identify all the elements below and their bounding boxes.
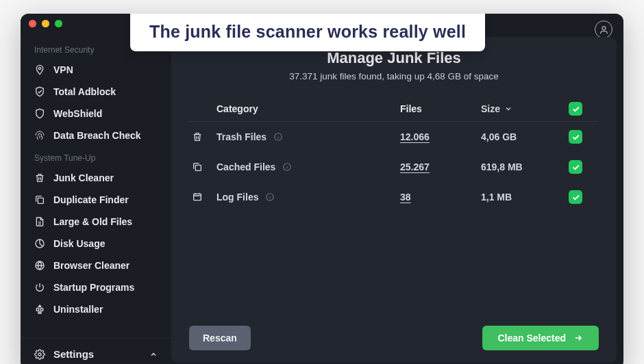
size-value: 4,06 GB xyxy=(481,131,563,142)
sidebar-item-breach[interactable]: Data Breach Check xyxy=(21,125,170,146)
table-row: Trash Files 12.066 4,06 GB xyxy=(189,122,599,152)
sidebar-item-disk[interactable]: Disk Usage xyxy=(21,233,170,255)
sidebar-item-large[interactable]: Large & Old Files xyxy=(21,211,170,233)
review-callout: The junk file scanner works really well xyxy=(130,14,485,51)
user-icon xyxy=(599,25,609,35)
info-icon[interactable] xyxy=(282,162,292,172)
log-icon xyxy=(192,192,203,203)
sidebar-section-tuneup: System Tune-Up xyxy=(21,146,170,167)
footer: Rescan Clean Selected xyxy=(189,316,599,350)
arrow-right-icon xyxy=(573,333,584,343)
sidebar-item-label: Data Breach Check xyxy=(53,130,141,141)
sidebar: Internet Security VPN Total Adblock WebS… xyxy=(21,33,171,364)
close-icon[interactable] xyxy=(29,20,36,27)
profile-button[interactable] xyxy=(595,21,612,38)
row-checkbox[interactable] xyxy=(569,160,582,174)
cache-icon xyxy=(192,161,203,172)
shield-icon xyxy=(34,108,45,119)
power-icon xyxy=(34,282,45,293)
globe-icon xyxy=(34,260,45,271)
sidebar-item-uninstaller[interactable]: Uninstaller xyxy=(21,298,170,320)
select-all-checkbox[interactable] xyxy=(569,102,582,116)
category-name: Cached Files xyxy=(216,161,275,172)
col-size[interactable]: Size xyxy=(481,103,563,114)
svg-rect-2 xyxy=(38,198,43,203)
table-row: Log Files 38 1,1 MB xyxy=(189,182,599,212)
settings-label: Settings xyxy=(53,348,94,360)
clean-selected-button[interactable]: Clean Selected xyxy=(482,326,599,350)
gear-icon xyxy=(34,349,45,360)
shield-check-icon xyxy=(34,86,45,97)
sidebar-item-junk[interactable]: Junk Cleaner xyxy=(21,167,170,189)
sidebar-item-label: Disk Usage xyxy=(53,238,105,249)
svg-rect-7 xyxy=(195,165,201,170)
copy-icon xyxy=(34,194,45,205)
check-icon xyxy=(571,105,580,114)
sidebar-item-browser[interactable]: Browser Cleaner xyxy=(21,255,170,276)
chevron-up-icon xyxy=(149,350,158,359)
sidebar-item-label: VPN xyxy=(53,64,73,75)
col-files: Files xyxy=(400,103,475,114)
chevron-down-icon xyxy=(504,105,512,113)
info-icon[interactable] xyxy=(273,132,283,142)
table-row: Cached Files 25.267 619,8 MB xyxy=(189,152,599,182)
sidebar-item-label: Junk Cleaner xyxy=(53,172,114,183)
check-icon xyxy=(571,193,580,202)
map-pin-icon xyxy=(34,64,45,75)
info-icon[interactable] xyxy=(265,192,275,202)
files-count-link[interactable]: 12.066 xyxy=(400,131,475,142)
minimize-icon[interactable] xyxy=(42,20,49,27)
sidebar-item-vpn[interactable]: VPN xyxy=(21,59,170,81)
category-cell: Cached Files xyxy=(216,161,395,172)
apps-icon xyxy=(34,304,45,315)
svg-point-0 xyxy=(602,26,606,29)
check-icon xyxy=(571,163,580,172)
junk-table: Category Files Size Trash Files xyxy=(189,96,599,212)
sidebar-item-webshield[interactable]: WebShield xyxy=(21,103,170,125)
row-checkbox[interactable] xyxy=(569,190,582,204)
sidebar-item-label: Uninstaller xyxy=(53,304,103,315)
page-subtitle: 37.371 junk files found, taking up 4,68 … xyxy=(189,71,599,81)
size-value: 619,8 MB xyxy=(481,161,563,172)
col-category: Category xyxy=(216,103,395,114)
page-title: Manage Junk Files xyxy=(189,49,599,67)
category-name: Trash Files xyxy=(216,131,267,142)
trash-icon xyxy=(192,131,203,142)
sidebar-item-adblock[interactable]: Total Adblock xyxy=(21,81,170,103)
rescan-button[interactable]: Rescan xyxy=(189,326,251,350)
clean-label: Clean Selected xyxy=(497,333,566,343)
files-count-link[interactable]: 38 xyxy=(400,192,475,203)
fingerprint-icon xyxy=(34,130,45,141)
sidebar-item-label: Duplicate Finder xyxy=(53,194,129,205)
maximize-icon[interactable] xyxy=(55,20,62,27)
trash-icon xyxy=(34,172,45,183)
category-name: Log Files xyxy=(216,192,258,203)
table-header: Category Files Size xyxy=(189,96,599,122)
sidebar-item-duplicate[interactable]: Duplicate Finder xyxy=(21,189,170,211)
sidebar-item-label: Startup Programs xyxy=(53,282,134,293)
category-cell: Trash Files xyxy=(216,131,395,142)
svg-point-1 xyxy=(38,67,40,69)
settings-button[interactable]: Settings xyxy=(21,338,171,364)
app-window: The junk file scanner works really well … xyxy=(21,14,623,364)
main-panel: Manage Junk Files 37.371 junk files foun… xyxy=(171,37,617,363)
check-icon xyxy=(571,133,580,142)
sidebar-item-label: Browser Cleaner xyxy=(53,260,129,271)
file-icon xyxy=(34,216,45,227)
pie-chart-icon xyxy=(34,238,45,249)
traffic-lights xyxy=(29,20,62,27)
row-checkbox[interactable] xyxy=(569,130,582,144)
sidebar-item-startup[interactable]: Startup Programs xyxy=(21,276,170,298)
sidebar-item-label: Total Adblock xyxy=(53,86,116,97)
svg-rect-9 xyxy=(194,194,201,200)
sidebar-item-label: WebShield xyxy=(53,108,102,119)
files-count-link[interactable]: 25.267 xyxy=(400,161,475,172)
category-cell: Log Files xyxy=(216,192,395,203)
size-value: 1,1 MB xyxy=(481,192,563,203)
svg-point-5 xyxy=(38,353,41,356)
sidebar-item-label: Large & Old Files xyxy=(53,216,132,227)
